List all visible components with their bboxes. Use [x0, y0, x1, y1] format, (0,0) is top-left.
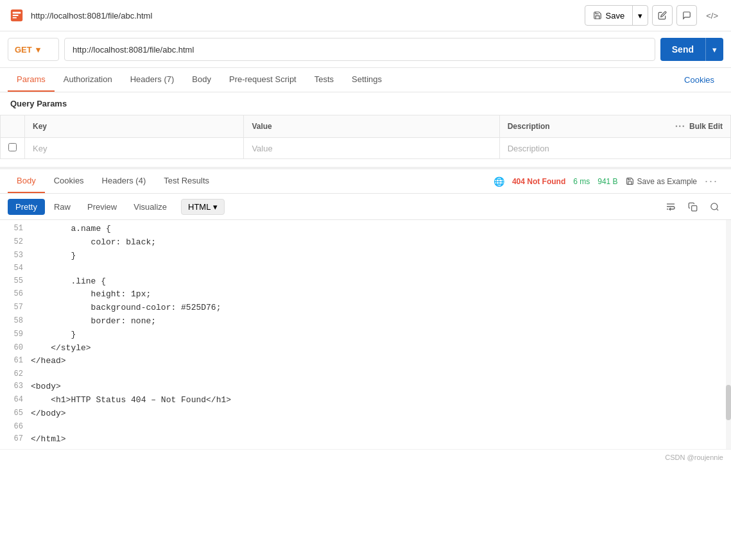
- code-toggle-button[interactable]: </>: [701, 8, 723, 23]
- more-options-icon[interactable]: ···: [675, 121, 685, 132]
- line-number: 56: [0, 288, 31, 300]
- line-number: 65: [0, 407, 31, 420]
- line-content: </head>: [31, 355, 731, 368]
- tab-prerequest[interactable]: Pre-request Script: [220, 68, 305, 92]
- line-number: 61: [0, 355, 31, 367]
- line-number: 63: [0, 380, 31, 393]
- top-bar-url: http://localhost:8081/file/abc.html: [31, 11, 580, 21]
- top-bar-actions: Save ▾ </>: [585, 5, 723, 26]
- response-tab-cookies[interactable]: Cookies: [45, 169, 93, 193]
- response-time: 6 ms: [573, 177, 590, 186]
- line-number: 52: [0, 236, 31, 248]
- line-content: <body>: [31, 380, 731, 394]
- code-line: 59 }: [0, 328, 731, 342]
- search-button[interactable]: [705, 198, 723, 216]
- line-number: 60: [0, 342, 31, 354]
- method-select[interactable]: GET ▾: [8, 38, 59, 61]
- code-line: 54: [0, 262, 731, 275]
- wrap-lines-button[interactable]: [662, 198, 680, 216]
- code-line: 51 a.name {: [0, 223, 731, 236]
- line-number: 57: [0, 301, 31, 314]
- save-example-label: Save as Example: [637, 177, 697, 186]
- save-label: Save: [606, 11, 625, 21]
- fmt-tab-preview[interactable]: Preview: [80, 199, 125, 215]
- scrollbar-thumb[interactable]: [726, 385, 731, 420]
- comment-button[interactable]: [676, 5, 697, 26]
- line-number: 66: [0, 421, 31, 433]
- svg-line-8: [716, 208, 718, 210]
- tab-settings[interactable]: Settings: [343, 68, 391, 92]
- line-number: 62: [0, 368, 31, 380]
- fmt-tab-raw[interactable]: Raw: [46, 199, 78, 215]
- line-content: <h1>HTTP Status 404 – Not Found</h1>: [31, 394, 731, 407]
- query-params-header: Query Params: [0, 92, 731, 115]
- line-content: border: none;: [31, 315, 731, 328]
- table-row: Key Value Description: [1, 138, 731, 159]
- code-line: 57 background-color: #525D76;: [0, 301, 731, 315]
- code-line: 58 border: none;: [0, 315, 731, 328]
- key-cell[interactable]: Key: [25, 138, 244, 159]
- key-col-header: Key: [25, 115, 244, 138]
- fmt-tab-visualize[interactable]: Visualize: [126, 199, 175, 215]
- save-dropdown-arrow[interactable]: ▾: [633, 6, 648, 25]
- check-col-header: [1, 115, 25, 138]
- bulk-edit-label[interactable]: Bulk Edit: [689, 122, 723, 131]
- value-cell[interactable]: Value: [244, 138, 499, 159]
- code-line: 62: [0, 368, 731, 380]
- row-checkbox[interactable]: [1, 138, 25, 159]
- desc-cell[interactable]: Description: [499, 138, 730, 159]
- response-tab-test-results[interactable]: Test Results: [155, 169, 218, 193]
- cookies-link[interactable]: Cookies: [675, 69, 723, 91]
- line-number: 51: [0, 223, 31, 235]
- method-arrow: ▾: [36, 45, 40, 55]
- line-number: 59: [0, 328, 31, 341]
- line-content: background-color: #525D76;: [31, 301, 731, 315]
- line-content: }: [31, 328, 731, 342]
- response-size: 941 B: [598, 177, 617, 186]
- line-number: 55: [0, 275, 31, 287]
- tab-authorization[interactable]: Authorization: [55, 68, 121, 92]
- code-line: 66: [0, 421, 731, 433]
- url-input[interactable]: [64, 38, 655, 61]
- send-arrow[interactable]: ▾: [705, 38, 723, 61]
- line-content: a.name {: [31, 223, 731, 236]
- globe-icon: 🌐: [494, 176, 504, 187]
- format-select-arrow: ▾: [213, 202, 218, 212]
- format-tabs-row: Pretty Raw Preview Visualize HTML ▾: [0, 194, 731, 220]
- tab-params[interactable]: Params: [8, 68, 55, 92]
- line-number: 58: [0, 315, 31, 327]
- code-line: 67</html>: [0, 433, 731, 446]
- response-tab-headers[interactable]: Headers (4): [93, 169, 155, 193]
- params-table: Key Value Description ··· Bulk Edit Key …: [0, 115, 731, 159]
- edit-button[interactable]: [652, 5, 673, 26]
- tab-body[interactable]: Body: [183, 68, 220, 92]
- fmt-tab-pretty[interactable]: Pretty: [8, 199, 45, 215]
- line-content: color: black;: [31, 236, 731, 250]
- more-options-button[interactable]: ···: [705, 174, 718, 188]
- line-content: .line {: [31, 275, 731, 289]
- copy-button[interactable]: [684, 198, 701, 216]
- scrollbar-track[interactable]: [726, 220, 731, 449]
- status-badge: 404 Not Found: [512, 177, 565, 186]
- code-line: 60 </style>: [0, 342, 731, 355]
- send-button[interactable]: Send ▾: [660, 38, 723, 61]
- svg-point-7: [710, 203, 717, 209]
- save-button[interactable]: Save ▾: [585, 5, 649, 26]
- code-line: 61</head>: [0, 355, 731, 368]
- code-line: 52 color: black;: [0, 236, 731, 250]
- line-content: height: 1px;: [31, 288, 731, 301]
- line-number: 64: [0, 394, 31, 406]
- tab-tests[interactable]: Tests: [305, 68, 343, 92]
- format-select-value: HTML: [188, 202, 211, 212]
- svg-rect-6: [691, 205, 696, 210]
- line-number: 67: [0, 433, 31, 445]
- code-line: 63<body>: [0, 380, 731, 394]
- format-select[interactable]: HTML ▾: [181, 199, 225, 215]
- response-tab-body[interactable]: Body: [8, 169, 45, 193]
- send-label: Send: [660, 38, 705, 61]
- svg-rect-2: [13, 15, 19, 16]
- tab-headers[interactable]: Headers (7): [121, 68, 184, 92]
- save-example-button[interactable]: Save as Example: [626, 177, 697, 186]
- top-bar: http://localhost:8081/file/abc.html Save…: [0, 0, 731, 31]
- line-number: 54: [0, 262, 31, 275]
